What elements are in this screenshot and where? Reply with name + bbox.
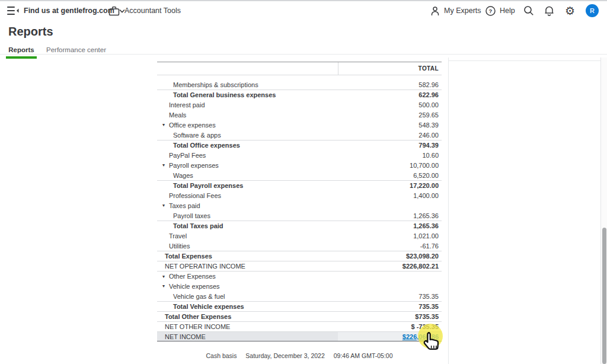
company-site-label: Find us at gentlefrog.com xyxy=(24,7,114,15)
page-title: Reports xyxy=(8,25,53,39)
report-row: Total Other Expenses$735.35 xyxy=(157,311,442,321)
row-label: Interest paid xyxy=(169,101,205,108)
row-label: Total General business expenses xyxy=(173,91,276,98)
row-label: Other Expenses xyxy=(169,273,216,280)
row-value: 10.60 xyxy=(338,150,442,160)
row-label: Wages xyxy=(173,172,193,179)
report-row: NET OPERATING INCOME$226,802.21 xyxy=(157,261,442,271)
report-row: Utilities-61.76 xyxy=(157,241,442,251)
report-date: Saturday, December 3, 2022 xyxy=(245,352,324,359)
report-table-header: TOTAL xyxy=(157,62,442,75)
row-label: NET OTHER INCOME xyxy=(165,323,230,330)
row-value: 1,400.00 xyxy=(338,190,442,200)
top-navigation-bar: Find us at gentlefrog.com Accountant Too… xyxy=(0,1,607,20)
row-value: 735.35 xyxy=(338,302,442,311)
row-label: Meals xyxy=(169,111,186,119)
row-value: 10,700.00 xyxy=(338,160,442,170)
report-row-net-income: NET INCOME$226,066.86 xyxy=(157,331,442,341)
report-row: Total Office expenses794.39 xyxy=(157,140,442,150)
column-separator xyxy=(338,62,338,75)
report-row: NET OTHER INCOME$ -735.35 xyxy=(157,321,442,331)
row-value: 246.00 xyxy=(338,130,442,140)
report-row: Meals259.65 xyxy=(157,110,442,120)
notifications-button[interactable] xyxy=(544,1,554,20)
report-row: PayPal Fees10.60 xyxy=(157,150,442,160)
row-label: Vehicle expenses xyxy=(169,283,220,290)
row-value: 548.39 xyxy=(338,120,442,130)
report-row: ▾Payroll expenses10,700.00 xyxy=(157,160,442,170)
accountant-tools-label: Accountant Tools xyxy=(124,7,181,15)
tab-bar: Reports Performance center xyxy=(6,43,116,59)
row-value: 17,220.00 xyxy=(338,181,442,190)
row-label: Total Vehicle expenses xyxy=(173,303,244,310)
row-value: $735.35 xyxy=(338,312,442,321)
person-icon xyxy=(430,6,440,16)
row-label: Utilities xyxy=(169,242,190,250)
account-avatar[interactable]: R xyxy=(586,1,599,20)
avatar-initial: R xyxy=(586,4,599,17)
report-row: Memberships & subscriptions582.96 xyxy=(157,79,442,90)
row-value: 622.96 xyxy=(338,90,442,100)
row-label: Payroll taxes xyxy=(173,212,210,219)
report-row: Total Payroll expenses17,220.00 xyxy=(157,180,442,190)
report-footer: Cash basis Saturday, December 3, 2022 09… xyxy=(157,352,442,359)
report-row: Vehicle gas & fuel735.35 xyxy=(157,291,442,301)
row-value: 582.96 xyxy=(338,79,442,90)
accountant-tools-button[interactable]: Accountant Tools xyxy=(108,1,181,20)
gear-icon: ⚙ xyxy=(565,5,575,17)
row-value: 794.39 xyxy=(338,141,442,150)
row-label: Software & apps xyxy=(173,132,221,139)
collapse-arrow-icon[interactable]: ▾ xyxy=(162,274,169,279)
row-label: NET OPERATING INCOME xyxy=(165,263,245,270)
report-row: Software & apps246.00 xyxy=(157,130,442,140)
report-row: ▾Vehicle expenses xyxy=(157,281,442,291)
help-label: Help xyxy=(500,7,515,15)
row-label: Total Other Expenses xyxy=(165,313,231,320)
row-value xyxy=(338,281,442,291)
profit-and-loss-report: TOTAL Memberships & subscriptions582.96T… xyxy=(157,62,442,341)
report-panel-divider xyxy=(448,58,449,364)
row-value: 500.00 xyxy=(338,100,442,110)
report-row: Professional Fees1,400.00 xyxy=(157,190,442,200)
report-row: ▾Other Expenses xyxy=(157,271,442,281)
report-row: Interest paid500.00 xyxy=(157,100,442,110)
row-value xyxy=(338,200,442,210)
tab-reports[interactable]: Reports xyxy=(6,43,37,59)
briefcase-icon xyxy=(108,6,120,16)
row-value xyxy=(338,272,442,281)
right-panel-top-border xyxy=(449,60,600,61)
vertical-scrollbar-thumb[interactable] xyxy=(602,228,606,364)
tab-performance-center[interactable]: Performance center xyxy=(44,43,108,59)
row-label: Memberships & subscriptions xyxy=(173,81,258,88)
row-value: 1,265.36 xyxy=(338,210,442,221)
report-row: ▾Office expenses548.39 xyxy=(157,120,442,130)
help-button[interactable]: ? Help xyxy=(485,1,515,20)
settings-button[interactable]: ⚙ xyxy=(565,1,575,20)
report-time: 09:46 AM GMT-05:00 xyxy=(334,352,393,359)
row-label: Total Payroll expenses xyxy=(173,182,243,189)
question-circle-icon: ? xyxy=(485,6,496,16)
report-row: Payroll taxes1,265.36 xyxy=(157,210,442,221)
report-row: Total Expenses$23,098.20 xyxy=(157,251,442,261)
row-label: Total Expenses xyxy=(165,253,212,260)
row-value: 6,520.00 xyxy=(338,170,442,180)
row-value: 1,021.00 xyxy=(338,231,442,241)
collapse-arrow-icon[interactable]: ▾ xyxy=(162,162,169,168)
collapse-arrow-icon[interactable]: ▾ xyxy=(162,203,169,208)
accounting-basis: Cash basis xyxy=(206,352,237,359)
collapse-arrow-icon[interactable]: ▾ xyxy=(162,283,169,289)
row-label: PayPal Fees xyxy=(169,152,206,159)
report-row: Travel1,021.00 xyxy=(157,231,442,241)
hamburger-collapse-icon xyxy=(7,6,19,15)
search-button[interactable] xyxy=(523,1,534,20)
row-label: Payroll expenses xyxy=(169,162,219,169)
row-value: $226,802.21 xyxy=(338,261,442,271)
row-value: -61.76 xyxy=(338,241,442,251)
row-label: Total Taxes paid xyxy=(173,222,223,229)
my-experts-button[interactable]: My Experts xyxy=(430,1,481,20)
collapse-arrow-icon[interactable]: ▾ xyxy=(162,122,169,127)
report-row: ▾Taxes paid xyxy=(157,200,442,210)
row-label: Total Office expenses xyxy=(173,142,240,149)
row-value: 1,265.36 xyxy=(338,221,442,231)
nav-collapse-button[interactable] xyxy=(7,1,19,20)
